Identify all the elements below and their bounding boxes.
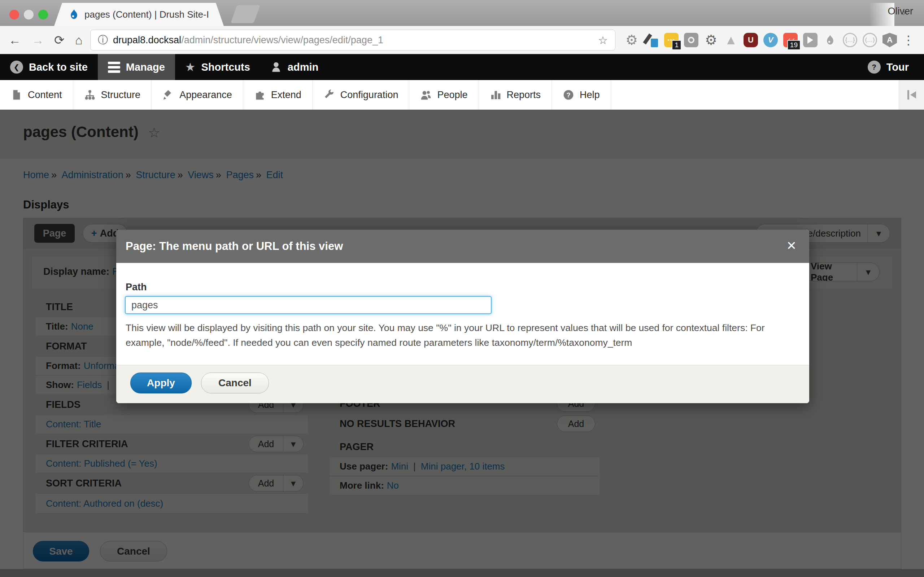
- dialog-cancel-button[interactable]: Cancel: [201, 372, 269, 393]
- menu-item-people[interactable]: People: [409, 80, 478, 110]
- paintbrush-icon: [162, 89, 174, 101]
- menu-item-structure[interactable]: Structure: [73, 80, 152, 110]
- manage-button[interactable]: Manage: [98, 54, 175, 80]
- person-icon: [270, 61, 282, 73]
- shortcuts-button[interactable]: Shortcuts: [175, 54, 260, 80]
- angular-extension-icon[interactable]: A: [882, 33, 897, 47]
- back-to-site-button[interactable]: ❮ Back to site: [0, 54, 98, 80]
- hamburger-icon: [108, 62, 120, 73]
- url-domain: drupal8.docksal: [113, 35, 181, 46]
- drupal-extension-icon[interactable]: [823, 33, 837, 47]
- apply-button[interactable]: Apply: [130, 372, 192, 393]
- menu-item-extend[interactable]: Extend: [243, 80, 313, 110]
- dialog-title: Page: The menu path or URL of this view: [126, 240, 343, 253]
- browser-tab-strip: pages (Content) | Drush Site-I × Oliver: [0, 0, 924, 26]
- puzzle-icon: [254, 89, 266, 101]
- reload-icon[interactable]: [54, 26, 65, 54]
- wrench-icon: [323, 89, 335, 101]
- window-close-button[interactable]: [10, 10, 19, 19]
- sitemap-icon: [84, 89, 96, 101]
- menu-item-appearance[interactable]: Appearance: [152, 80, 243, 110]
- page-info-icon[interactable]: [98, 33, 108, 47]
- admin-user-button[interactable]: admin: [260, 54, 328, 80]
- dialog-footer: Apply Cancel: [116, 365, 809, 403]
- file-icon: [11, 89, 23, 101]
- toolbar-collapse-button[interactable]: [899, 80, 924, 110]
- window-zoom-button[interactable]: [38, 10, 48, 19]
- svg-text:?: ?: [566, 91, 570, 99]
- browser-toolbar: drupal8.docksal /admin/structure/views/v…: [0, 26, 924, 54]
- drupal-admin-toolbar: ❮ Back to site Manage Shortcuts admin ? …: [0, 54, 924, 80]
- menu-item-help[interactable]: ? Help: [552, 80, 611, 110]
- back-icon[interactable]: [9, 26, 21, 54]
- screenshot-extension-icon[interactable]: [684, 33, 698, 47]
- browser-menu-icon[interactable]: [902, 33, 914, 47]
- people-icon: [420, 89, 432, 101]
- browser-profile-name[interactable]: Oliver: [888, 6, 913, 17]
- bar-chart-icon: [490, 89, 501, 101]
- drupal-menu-bar: Content Structure Appearance Extend Conf…: [0, 80, 924, 110]
- path-description: This view will be displayed by visiting …: [126, 321, 792, 350]
- star-icon: [185, 60, 195, 74]
- drive-extension-icon[interactable]: [724, 33, 738, 47]
- drupal-favicon: [69, 9, 79, 20]
- notes-extension-icon[interactable]: 1: [664, 33, 678, 47]
- browser-tab[interactable]: pages (Content) | Drush Site-I: [54, 3, 224, 26]
- screen: pages (Content) | Drush Site-I × Oliver …: [0, 0, 924, 577]
- views-path-dialog: Page: The menu path or URL of this view …: [116, 230, 809, 403]
- extension-badge: 19: [787, 40, 801, 50]
- extension-row: 1 U V 19 {…} (…) A: [624, 29, 914, 51]
- ublock-extension-icon[interactable]: U: [743, 33, 758, 47]
- paren-extension-icon[interactable]: (…): [863, 33, 877, 47]
- address-bar[interactable]: drupal8.docksal /admin/structure/views/v…: [90, 29, 615, 50]
- home-icon[interactable]: [75, 26, 82, 54]
- forward-icon: [32, 26, 44, 54]
- settings-extension-icon[interactable]: [704, 33, 718, 47]
- tour-button[interactable]: ? Tour: [858, 54, 919, 80]
- new-tab-button[interactable]: [231, 5, 260, 23]
- window-minimize-button[interactable]: [24, 10, 34, 19]
- collapse-icon: [908, 90, 909, 100]
- bookmark-star-icon[interactable]: [598, 34, 608, 47]
- tab-title: pages (Content) | Drush Site-I: [84, 9, 209, 20]
- todoist-extension-icon[interactable]: 19: [783, 33, 798, 47]
- colorpicker-extension-icon[interactable]: [644, 33, 659, 47]
- close-icon[interactable]: ✕: [787, 239, 797, 253]
- dialog-body: Path This view will be displayed by visi…: [116, 263, 809, 365]
- menu-item-reports[interactable]: Reports: [479, 80, 552, 110]
- json-extension-icon[interactable]: {…}: [843, 33, 857, 47]
- help-icon: ?: [563, 89, 574, 101]
- menu-item-configuration[interactable]: Configuration: [313, 80, 410, 110]
- video-extension-icon[interactable]: [803, 33, 817, 47]
- path-input[interactable]: [125, 296, 492, 314]
- url-path: /admin/structure/views/view/pages/edit/p…: [181, 35, 383, 46]
- extension-badge: 1: [672, 40, 682, 50]
- vue-extension-icon[interactable]: V: [763, 33, 778, 47]
- gear-extension-icon[interactable]: [624, 33, 639, 47]
- question-icon: ?: [868, 61, 881, 74]
- menu-item-content[interactable]: Content: [0, 80, 73, 110]
- path-label: Path: [126, 282, 147, 293]
- dialog-header[interactable]: Page: The menu path or URL of this view …: [116, 230, 809, 263]
- back-chevron-icon: ❮: [10, 61, 23, 74]
